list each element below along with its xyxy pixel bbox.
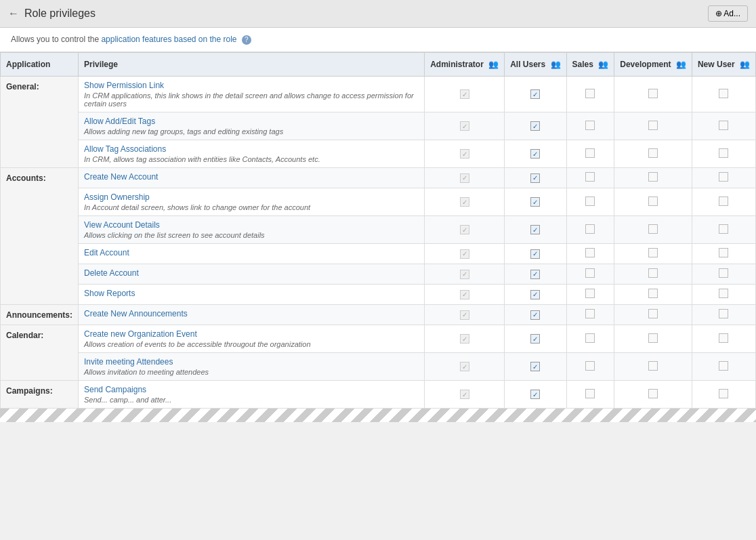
admin-check-cell[interactable]	[425, 188, 505, 216]
new_user-check-cell[interactable]	[692, 140, 755, 168]
all_users-checkbox-checked[interactable]	[530, 270, 540, 279]
all_users-check-cell[interactable]	[505, 168, 566, 188]
development-check-cell[interactable]	[614, 77, 692, 112]
all_users-check-cell[interactable]	[505, 188, 566, 216]
development-checkbox-unchecked[interactable]	[648, 389, 658, 398]
all_users-check-cell[interactable]	[505, 285, 566, 305]
sales-checkbox-unchecked[interactable]	[585, 89, 595, 98]
sales-check-cell[interactable]	[566, 244, 614, 264]
all_users-check-cell[interactable]	[505, 353, 566, 381]
development-checkbox-unchecked[interactable]	[648, 196, 658, 206]
new_user-check-cell[interactable]	[692, 112, 755, 140]
admin-check-cell[interactable]	[425, 244, 505, 264]
all_users-checkbox-checked[interactable]	[530, 290, 540, 299]
all_users-check-cell[interactable]	[505, 381, 566, 409]
development-checkbox-unchecked[interactable]	[648, 248, 658, 257]
sales-check-cell[interactable]	[566, 381, 614, 409]
all_users-check-cell[interactable]	[505, 264, 566, 285]
new_user-checkbox-unchecked[interactable]	[719, 248, 728, 257]
all_users-checkbox-checked[interactable]	[530, 121, 540, 131]
development-check-cell[interactable]	[614, 188, 692, 216]
new_user-checkbox-unchecked[interactable]	[719, 289, 728, 298]
all_users-check-cell[interactable]	[505, 77, 566, 112]
development-checkbox-unchecked[interactable]	[648, 121, 658, 130]
new_user-checkbox-unchecked[interactable]	[719, 389, 728, 398]
sales-checkbox-unchecked[interactable]	[585, 309, 595, 318]
admin-check-cell[interactable]	[425, 381, 505, 409]
sales-check-cell[interactable]	[566, 285, 614, 305]
new_user-check-cell[interactable]	[692, 325, 755, 353]
development-check-cell[interactable]	[614, 325, 692, 353]
all_users-checkbox-checked[interactable]	[530, 362, 540, 371]
admin-check-cell[interactable]	[425, 77, 505, 112]
sales-check-cell[interactable]	[566, 325, 614, 353]
new_user-check-cell[interactable]	[692, 353, 755, 381]
sales-checkbox-unchecked[interactable]	[585, 268, 595, 278]
all_users-checkbox-checked[interactable]	[530, 89, 540, 99]
all_users-check-cell[interactable]	[505, 112, 566, 140]
development-checkbox-unchecked[interactable]	[648, 309, 658, 318]
admin-check-cell[interactable]	[425, 285, 505, 305]
admin-check-cell[interactable]	[425, 353, 505, 381]
development-checkbox-unchecked[interactable]	[648, 333, 658, 343]
development-check-cell[interactable]	[614, 216, 692, 244]
help-icon[interactable]: ?	[242, 35, 251, 45]
all_users-check-cell[interactable]	[505, 244, 566, 264]
new_user-checkbox-unchecked[interactable]	[719, 172, 728, 182]
new_user-checkbox-unchecked[interactable]	[719, 121, 728, 130]
new_user-check-cell[interactable]	[692, 264, 755, 285]
all_users-check-cell[interactable]	[505, 216, 566, 244]
development-check-cell[interactable]	[614, 140, 692, 168]
new_user-checkbox-unchecked[interactable]	[719, 148, 728, 158]
new_user-check-cell[interactable]	[692, 168, 755, 188]
sales-checkbox-unchecked[interactable]	[585, 121, 595, 130]
development-check-cell[interactable]	[614, 305, 692, 325]
development-check-cell[interactable]	[614, 244, 692, 264]
admin-check-cell[interactable]	[425, 216, 505, 244]
new_user-check-cell[interactable]	[692, 244, 755, 264]
development-check-cell[interactable]	[614, 381, 692, 409]
add-button[interactable]: ⊕ Ad...	[708, 5, 748, 22]
new_user-checkbox-unchecked[interactable]	[719, 361, 728, 371]
all_users-check-cell[interactable]	[505, 325, 566, 353]
sales-check-cell[interactable]	[566, 305, 614, 325]
all_users-checkbox-checked[interactable]	[530, 197, 540, 207]
development-checkbox-unchecked[interactable]	[648, 172, 658, 182]
new_user-checkbox-unchecked[interactable]	[719, 196, 728, 206]
new_user-check-cell[interactable]	[692, 188, 755, 216]
all_users-checkbox-checked[interactable]	[530, 225, 540, 234]
sales-check-cell[interactable]	[566, 264, 614, 285]
development-checkbox-unchecked[interactable]	[648, 268, 658, 278]
development-checkbox-unchecked[interactable]	[648, 361, 658, 371]
sales-checkbox-unchecked[interactable]	[585, 196, 595, 206]
sales-checkbox-unchecked[interactable]	[585, 361, 595, 371]
new_user-check-cell[interactable]	[692, 285, 755, 305]
development-check-cell[interactable]	[614, 168, 692, 188]
admin-check-cell[interactable]	[425, 112, 505, 140]
subtitle-link[interactable]: application features based on the role	[101, 35, 236, 44]
all_users-check-cell[interactable]	[505, 140, 566, 168]
sales-check-cell[interactable]	[566, 216, 614, 244]
sales-check-cell[interactable]	[566, 188, 614, 216]
back-button[interactable]: ←	[8, 7, 19, 20]
all_users-check-cell[interactable]	[505, 305, 566, 325]
sales-checkbox-unchecked[interactable]	[585, 289, 595, 298]
new_user-checkbox-unchecked[interactable]	[719, 268, 728, 278]
development-checkbox-unchecked[interactable]	[648, 148, 658, 158]
all_users-checkbox-checked[interactable]	[530, 173, 540, 183]
sales-checkbox-unchecked[interactable]	[585, 333, 595, 343]
development-checkbox-unchecked[interactable]	[648, 289, 658, 298]
sales-check-cell[interactable]	[566, 112, 614, 140]
sales-checkbox-unchecked[interactable]	[585, 172, 595, 182]
development-check-cell[interactable]	[614, 264, 692, 285]
all_users-checkbox-checked[interactable]	[530, 249, 540, 259]
admin-check-cell[interactable]	[425, 305, 505, 325]
admin-check-cell[interactable]	[425, 325, 505, 353]
new_user-checkbox-unchecked[interactable]	[719, 309, 728, 318]
sales-checkbox-unchecked[interactable]	[585, 389, 595, 398]
new_user-checkbox-unchecked[interactable]	[719, 224, 728, 234]
sales-checkbox-unchecked[interactable]	[585, 248, 595, 257]
all_users-checkbox-checked[interactable]	[530, 310, 540, 320]
new_user-check-cell[interactable]	[692, 305, 755, 325]
development-checkbox-unchecked[interactable]	[648, 89, 658, 98]
